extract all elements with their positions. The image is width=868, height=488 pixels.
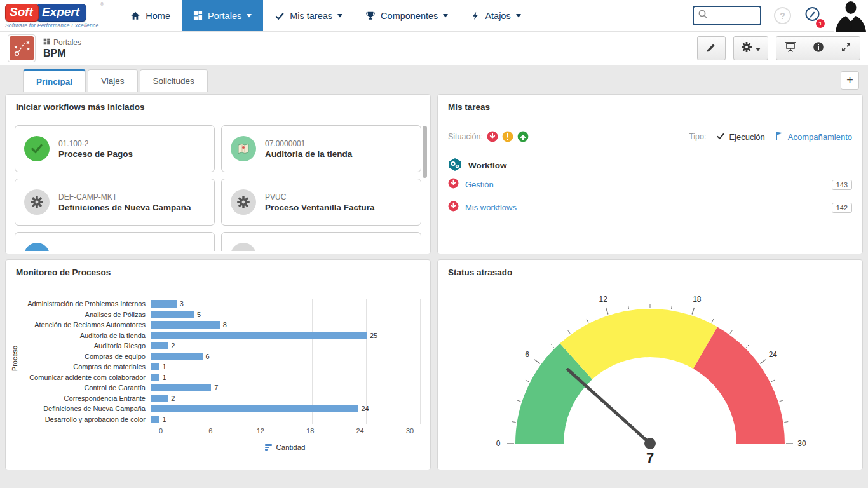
grid-icon — [193, 11, 203, 20]
panel-title: Mis tareas — [438, 95, 862, 118]
help-icon[interactable]: ? — [774, 7, 791, 24]
tipo-ejecucion[interactable]: Ejecución — [716, 132, 764, 142]
pending-notifications-icon[interactable]: 1 — [804, 6, 821, 25]
task-group-label: Workflow — [468, 161, 507, 170]
nav-item-componentes[interactable]: Componentes — [354, 0, 459, 31]
nav-item-mis-tareas[interactable]: Mis tareas — [263, 0, 354, 31]
tipo-acompanamiento[interactable]: Acompañamiento — [775, 131, 852, 142]
bar-category-label: Control de Garantía — [16, 384, 151, 391]
gauge-tick — [760, 360, 766, 363]
softexpert-logo[interactable]: Soft Expert ® Software for Performance E… — [0, 0, 105, 31]
bar-track: 7 — [151, 384, 410, 391]
settings-button[interactable] — [733, 36, 768, 60]
status-late-icon — [448, 178, 459, 191]
breadcrumb-portales[interactable]: Portales — [53, 38, 81, 47]
gauge-tick — [517, 400, 521, 402]
gauge-value: 7 — [646, 450, 654, 466]
x-tick-label: 18 — [306, 427, 314, 435]
bar-row: Auditoría Riesgo2 — [16, 341, 420, 351]
panel-title: Iniciar workflows más iniciados — [6, 95, 430, 118]
task-link[interactable]: Mis workflows — [465, 203, 517, 212]
bpm-app-icon[interactable] — [8, 34, 36, 62]
bar-category-label: Analises de Pólizas — [16, 311, 151, 318]
map-icon — [231, 136, 256, 161]
task-count-badge: 142 — [832, 203, 852, 213]
panel-title: Monitoreo de Procesos — [6, 260, 430, 283]
trophy-icon — [365, 11, 376, 21]
nav-item-label: Componentes — [381, 11, 438, 21]
task-row-mis-workflows: Mis workflows 142 — [448, 196, 852, 219]
fullscreen-button[interactable] — [832, 36, 860, 60]
info-button[interactable] — [804, 36, 832, 60]
status-warning-icon[interactable] — [502, 131, 513, 142]
workflow-card[interactable] — [15, 232, 215, 251]
bar-track: 3 — [151, 300, 410, 308]
chevron-down-icon — [247, 14, 252, 18]
nav-item-atajos[interactable]: Atajos — [459, 0, 532, 31]
search-box[interactable] — [693, 6, 761, 25]
bar-value-label: 7 — [214, 384, 218, 391]
x-tick-label: 24 — [356, 427, 363, 435]
gauge-tick-label: 18 — [693, 295, 702, 304]
bar-category-label: Auditoria de la tienda — [16, 332, 151, 339]
lightning-icon — [471, 11, 480, 21]
situacion-label: Situación: — [448, 132, 483, 141]
gauge-chart: 06121824307 — [447, 283, 853, 466]
user-avatar[interactable] — [834, 0, 868, 32]
pencil-icon — [706, 42, 717, 55]
presentation-button[interactable] — [776, 36, 804, 60]
workflow-code: 07.0000001 — [265, 139, 352, 148]
bar-category-label: Correspondencia Entrante — [16, 395, 151, 402]
panel-mis-tareas: Mis tareas Situación: Tipo: Ejecución — [437, 94, 863, 254]
bar-value-label: 6 — [206, 353, 210, 360]
page-title: BPM — [43, 48, 81, 59]
search-input[interactable] — [709, 11, 753, 20]
edit-button[interactable] — [697, 36, 726, 60]
bar-category-label: Atención de Reclamos Automotores — [16, 321, 151, 329]
notification-badge: 1 — [816, 19, 825, 28]
logo-boxes: Soft Expert — [5, 4, 98, 22]
chart-bars: Administración de Problemas Internos3Ana… — [16, 299, 420, 424]
x-axis-ticks: 0612182430 — [161, 427, 410, 438]
grid-icon — [43, 38, 50, 47]
bar-value-label: 8 — [223, 321, 227, 329]
bar-value-label: 1 — [163, 374, 166, 381]
tab-solicitudes[interactable]: Solicitudes — [140, 69, 208, 92]
gauge-hub — [644, 438, 656, 449]
check-icon — [716, 132, 725, 142]
scrollbar-thumb[interactable] — [423, 126, 427, 178]
task-link[interactable]: Gestión — [465, 180, 494, 189]
gray-circle-icon — [231, 243, 256, 251]
tab-label: Viajes — [101, 76, 125, 86]
bar-value-label: 25 — [370, 332, 377, 339]
task-count-badge: 143 — [832, 180, 852, 190]
bar-row: Auditoria de la tienda25 — [16, 330, 420, 341]
workflow-card[interactable]: 01.100-2 Proceso de Pagos — [15, 125, 215, 172]
workflow-card[interactable]: PVUC Proceso Ventanilla Factura — [221, 179, 421, 226]
gauge-tick — [526, 380, 529, 382]
tipo-ejecucion-label: Ejecución — [729, 132, 764, 142]
gauge-tick — [692, 308, 694, 314]
bar — [151, 332, 367, 339]
home-icon — [130, 11, 140, 21]
gauge-tick — [628, 306, 629, 309]
status-late-icon[interactable] — [487, 131, 498, 142]
top-navbar: Soft Expert ® Software for Performance E… — [0, 0, 868, 32]
main-nav: Home Portales Mis tareas Componentes Ata… — [119, 0, 532, 31]
panel-workflows: Iniciar workflows más iniciados 01.100-2… — [5, 94, 431, 254]
add-tab-button[interactable]: + — [841, 71, 859, 90]
bar-track: 25 — [151, 332, 410, 339]
workflow-card[interactable]: 07.0000001 Auditoria de la tienda — [221, 125, 421, 172]
gauge-tick — [780, 400, 783, 402]
gauge-tick-label: 6 — [525, 350, 529, 359]
workflow-card[interactable]: 01.2.001 — [221, 232, 421, 251]
tab-viajes[interactable]: Viajes — [88, 69, 138, 92]
nav-item-portales[interactable]: Portales — [182, 0, 263, 31]
bar-row: Compras de equipo6 — [16, 351, 420, 362]
bar-track: 5 — [151, 311, 410, 318]
tab-principal[interactable]: Principal — [23, 69, 86, 92]
workflow-code: 01.2.001 — [265, 250, 295, 251]
nav-item-home[interactable]: Home — [119, 0, 182, 31]
workflow-card[interactable]: DEF-CAMP-MKT Definiciones de Nueva Campa… — [15, 179, 215, 226]
status-ontime-icon[interactable] — [517, 131, 529, 142]
